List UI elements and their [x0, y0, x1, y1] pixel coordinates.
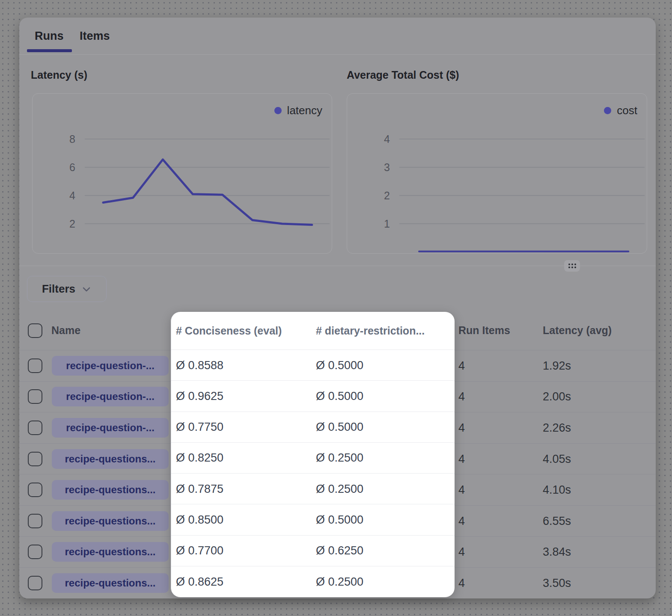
dietary-score-cell: Ø 0.6250 [316, 544, 363, 557]
row-checkbox[interactable] [28, 483, 42, 497]
svg-text:1: 1 [384, 218, 390, 230]
row-checkbox[interactable] [28, 514, 42, 528]
spotlight-body: Ø 0.8588 Ø 0.5000 Ø 0.9625 Ø 0.5000 Ø 0.… [171, 350, 455, 597]
column-header-latency-avg[interactable]: Latency (avg) [543, 311, 612, 350]
run-name-badge[interactable]: recipe-questions... [52, 449, 169, 469]
conciseness-score-cell: Ø 0.9625 [176, 389, 223, 403]
latency-line-chart: 8642 [33, 94, 332, 253]
latency-avg-cell: 6.55s [543, 514, 571, 527]
conciseness-score-cell: Ø 0.8625 [176, 575, 223, 588]
run-items-cell: 4 [458, 359, 465, 372]
dietary-score-cell: Ø 0.2500 [316, 575, 363, 588]
chevron-down-icon [81, 284, 92, 294]
run-items-cell: 4 [458, 452, 465, 465]
conciseness-score-cell: Ø 0.8250 [176, 451, 223, 465]
run-name-badge[interactable]: recipe-question-... [52, 387, 169, 406]
svg-text:3: 3 [384, 161, 390, 173]
spotlight-row: Ø 0.8625 Ø 0.2500 [171, 566, 455, 597]
spotlight-row: Ø 0.7875 Ø 0.2500 [171, 474, 455, 504]
run-items-cell: 4 [458, 545, 465, 559]
conciseness-score-cell: Ø 0.8500 [176, 513, 223, 526]
latency-avg-cell: 4.05s [543, 452, 571, 465]
cost-chart: 4321 cost [347, 93, 647, 254]
highlighted-score-columns: # Conciseness (eval) # dietary-restricti… [171, 312, 455, 597]
svg-text:4: 4 [69, 190, 75, 201]
latency-legend-label: latency [287, 104, 322, 117]
spotlight-row: Ø 0.9625 Ø 0.5000 [171, 381, 455, 412]
run-name-badge[interactable]: recipe-questions... [52, 573, 169, 593]
latency-avg-cell: 1.92s [543, 359, 571, 372]
dietary-score-cell: Ø 0.5000 [316, 389, 363, 403]
run-name-badge[interactable]: recipe-question-... [52, 356, 169, 376]
row-checkbox[interactable] [28, 358, 42, 373]
spotlight-row: Ø 0.8500 Ø 0.5000 [171, 504, 455, 535]
latency-chart: 8642 latency [32, 93, 332, 254]
cost-line-chart: 4321 [347, 94, 647, 253]
row-checkbox[interactable] [28, 452, 42, 466]
latency-legend-dot-icon [274, 107, 282, 114]
tab-items[interactable]: Items [80, 30, 110, 43]
tab-runs[interactable]: Runs [35, 30, 64, 43]
run-name-badge[interactable]: recipe-question-... [52, 418, 169, 438]
spotlight-row: Ø 0.7750 Ø 0.5000 [171, 412, 455, 443]
cost-legend-dot-icon [604, 107, 611, 114]
latency-avg-cell: 3.84s [543, 545, 571, 559]
run-items-cell: 4 [458, 483, 465, 497]
dietary-score-cell: Ø 0.2500 [316, 451, 363, 465]
column-header-run-items[interactable]: Run Items [458, 311, 510, 350]
conciseness-score-cell: Ø 0.7875 [176, 482, 223, 495]
row-checkbox[interactable] [28, 576, 42, 590]
spotlight-row: Ø 0.8250 Ø 0.2500 [171, 443, 455, 474]
row-checkbox[interactable] [28, 421, 42, 435]
svg-text:8: 8 [69, 133, 75, 145]
run-name-badge[interactable]: recipe-questions... [52, 542, 169, 562]
cost-legend[interactable]: cost [604, 104, 637, 117]
run-items-cell: 4 [458, 421, 465, 434]
latency-avg-cell: 2.26s [543, 421, 571, 434]
conciseness-score-cell: Ø 0.7700 [176, 544, 223, 557]
spotlight-row: Ø 0.7700 Ø 0.6250 [171, 536, 455, 566]
column-header-dietary-restriction[interactable]: # dietary-restriction... [316, 325, 425, 337]
run-items-cell: 4 [458, 390, 465, 403]
run-name-badge[interactable]: recipe-questions... [52, 511, 169, 531]
conciseness-score-cell: Ø 0.8588 [176, 358, 223, 372]
run-items-cell: 4 [458, 514, 465, 527]
spotlight-row: Ø 0.8588 Ø 0.5000 [171, 350, 455, 381]
select-all-checkbox[interactable] [28, 323, 42, 338]
svg-text:4: 4 [384, 133, 390, 145]
column-header-conciseness[interactable]: # Conciseness (eval) [176, 325, 282, 337]
dietary-score-cell: Ø 0.5000 [316, 421, 363, 434]
grip-dots-icon [568, 264, 576, 268]
run-items-cell: 4 [458, 577, 465, 590]
conciseness-score-cell: Ø 0.7750 [176, 421, 223, 434]
latency-avg-cell: 2.00s [543, 390, 571, 403]
dietary-score-cell: Ø 0.5000 [316, 358, 363, 372]
run-name-badge[interactable]: recipe-questions... [52, 480, 169, 500]
latency-chart-title: Latency (s) [31, 69, 87, 81]
charts-section-divider [19, 266, 656, 266]
filters-button[interactable]: Filters [27, 276, 107, 302]
svg-text:6: 6 [69, 161, 75, 173]
column-header-name[interactable]: Name [51, 311, 80, 350]
resize-drag-handle[interactable] [564, 260, 580, 272]
tabs-divider [19, 54, 656, 55]
latency-avg-cell: 4.10s [543, 483, 571, 497]
latency-legend[interactable]: latency [274, 104, 322, 117]
spotlight-header: # Conciseness (eval) # dietary-restricti… [171, 312, 455, 350]
row-checkbox[interactable] [28, 389, 42, 404]
active-tab-indicator [27, 49, 72, 52]
dietary-score-cell: Ø 0.5000 [316, 513, 363, 526]
row-checkbox[interactable] [28, 545, 42, 559]
svg-text:2: 2 [384, 190, 390, 201]
filters-button-label: Filters [42, 282, 75, 296]
cost-chart-title: Average Total Cost ($) [347, 69, 459, 81]
latency-avg-cell: 3.50s [543, 577, 571, 590]
svg-text:2: 2 [69, 218, 75, 230]
cost-legend-label: cost [617, 104, 637, 117]
dietary-score-cell: Ø 0.2500 [316, 482, 363, 495]
